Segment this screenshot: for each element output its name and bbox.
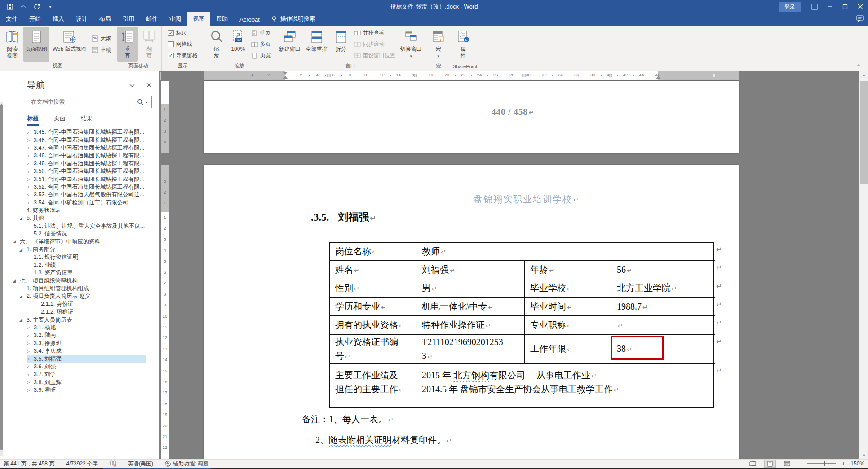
nav-tree-item[interactable]: ◢5. 其他 [19, 214, 146, 222]
macros-button[interactable]: 宏▾ [428, 27, 449, 62]
nav-tree-item[interactable]: 5.2. 信誉情况 [27, 230, 146, 238]
table-cell[interactable]: 特种作业操作证↵ [416, 316, 525, 335]
view-side-by-side-button[interactable]: 并排查看 [354, 28, 395, 38]
tree-collapsed-icon[interactable]: ▷ [27, 380, 34, 385]
table-cell[interactable]: 机电一体化\中专↵ [416, 298, 525, 316]
nav-tree-item[interactable]: ▷3.4. 李庆成 [27, 347, 146, 355]
table-cell[interactable]: ↵ [611, 316, 715, 335]
document-search-box[interactable] [27, 96, 152, 108]
table-cell[interactable]: 学历和专业↵ [330, 298, 416, 316]
table-cell[interactable]: 毕业时间↵ [525, 298, 611, 316]
ribbon-tab-布局[interactable]: 布局 [93, 12, 117, 26]
search-input[interactable] [27, 99, 137, 105]
nav-tree-item[interactable]: ◢3. 主要人员简历表 [19, 316, 146, 323]
tree-collapsed-icon[interactable]: ▷ [27, 357, 34, 361]
arrange-all-button[interactable]: 全部重排 [304, 27, 330, 62]
nav-tree-item[interactable]: ▷3.45. 合同-中国石油集团长城钻探工程有限... [27, 128, 146, 136]
nav-tree-item[interactable]: ▷3.47. 合同-中国石油集团长城钻探工程有限... [27, 144, 146, 152]
nav-tree-item[interactable]: ◢六、 《详细评审》中响应的资料 [13, 238, 146, 245]
close-icon[interactable] [853, 0, 868, 13]
web-layout-button[interactable]: Web 版式视图 [50, 27, 89, 62]
tree-expanded-icon[interactable]: ◢ [13, 239, 20, 244]
nav-tree-item[interactable]: 2.1.1. 身份证 [34, 301, 146, 308]
tree-collapsed-icon[interactable]: ▷ [27, 388, 34, 393]
tree-expanded-icon[interactable]: ◢ [19, 248, 27, 252]
tell-me-search[interactable]: 操作说明搜索 [266, 15, 321, 26]
table-cell[interactable]: 教师↵ [416, 243, 715, 261]
table-cell[interactable]: 刘福强↵ [416, 261, 525, 279]
tree-collapsed-icon[interactable]: ▷ [27, 325, 34, 330]
nav-tree-item[interactable]: 1.1. 银行资信证明 [27, 253, 146, 261]
nav-tree-item[interactable]: ▷3.48. 合同-中国石油集团长城钻探工程有限... [27, 152, 146, 159]
indent-marker[interactable] [656, 76, 660, 79]
table-cell[interactable]: 工作年限↵ [525, 335, 611, 364]
undo-icon[interactable] [20, 3, 27, 10]
ribbon-tab-设计[interactable]: 设计 [70, 12, 93, 26]
collapse-ribbon-icon[interactable] [853, 62, 864, 69]
table-column-marker[interactable] [609, 74, 612, 77]
proofing-errors-icon[interactable] [110, 460, 116, 467]
scroll-down-icon[interactable]: ▼ [859, 451, 868, 459]
accessibility-status[interactable]: 辅助功能: 调查 [165, 460, 208, 468]
table-cell[interactable]: 1988.7↵ [611, 298, 715, 316]
minimize-icon[interactable] [822, 0, 837, 13]
zoom-slider-thumb[interactable] [824, 461, 825, 466]
split-button[interactable]: 拆分 [331, 27, 351, 62]
table-cell[interactable]: 执业资格证书编号↵ [330, 335, 416, 364]
nav-tree-item[interactable]: ▷3.51. 合同-中国石油集团长城钻探工程有限... [27, 175, 146, 183]
tree-collapsed-icon[interactable]: ▷ [27, 130, 34, 135]
redo-repeat-icon[interactable] [33, 3, 40, 10]
one-page-button[interactable]: 单页 [251, 28, 271, 38]
tree-collapsed-icon[interactable]: ▷ [27, 341, 34, 345]
maximize-icon[interactable] [837, 0, 853, 13]
tree-expanded-icon[interactable]: ◢ [19, 318, 27, 322]
zoom-in-icon[interactable]: + [841, 460, 845, 467]
nav-tab-结果[interactable]: 结果 [81, 115, 93, 126]
document-page-441[interactable]: 盘锦翔实职业培训学校↵ .3.5.刘福强↵ 岗位名称↵教师↵姓名↵刘福强↵年龄↵… [204, 165, 739, 459]
print-layout-button[interactable]: 页面视图 [23, 27, 49, 62]
sign-in-button[interactable]: 登录 [779, 2, 801, 12]
nav-tree-item[interactable]: ▷3.3. 徐源琪 [27, 340, 146, 347]
table-cell[interactable]: 性别↵ [330, 279, 416, 298]
table-column-marker[interactable] [523, 74, 526, 77]
read-mode-button[interactable]: 阅读 视图 [2, 27, 22, 62]
nav-tree-item[interactable]: ▷3.6. 刘强 [27, 363, 146, 371]
nav-tree-item[interactable]: 4. 财务状况表 [19, 207, 146, 214]
ribbon-tab-插入[interactable]: 插入 [47, 12, 70, 26]
language-indicator[interactable]: 英语(美国) [128, 460, 153, 468]
ribbon-tab-帮助[interactable]: 帮助 [210, 12, 234, 26]
ribbon-tab-开始[interactable]: 开始 [23, 12, 47, 26]
properties-button[interactable]: S 属 性 [453, 27, 474, 63]
nav-tree-item[interactable]: ▷3.9. 霍旺 [27, 386, 146, 394]
word-count[interactable]: 4/73922 个字 [66, 460, 98, 468]
nav-tree-item[interactable]: ◢2. 项目负责人简历表-赵义 [19, 292, 146, 300]
table-cell[interactable]: 主要工作业绩及担任的主要工作↵ [330, 364, 416, 409]
navigation-scrollbar-thumb[interactable] [0, 104, 3, 450]
switch-windows-button[interactable]: 切换窗口▾ [398, 27, 424, 62]
indent-marker[interactable] [283, 72, 288, 75]
nav-tree-item[interactable]: ▷3.7. 刘学 [27, 371, 146, 378]
customize-quick-access-icon[interactable]: ▾ [47, 3, 54, 10]
navigation-pane-checkbox[interactable]: ✓ 导航窗格 [168, 51, 198, 61]
document-scrollbar-thumb[interactable] [860, 81, 868, 184]
nav-tree-item[interactable]: 5.1. 违法、违规、重大安全事故及其他不良... [27, 222, 146, 230]
table-cell[interactable]: 年龄↵ [525, 261, 611, 279]
print-layout-view-button[interactable] [764, 460, 776, 468]
nav-tree-item[interactable]: ▷3.1. 杨旭 [27, 324, 146, 332]
ribbon-tab-文件[interactable]: 文件 [0, 12, 23, 26]
scroll-up-icon[interactable]: ▲ [859, 71, 868, 79]
read-mode-view-button[interactable] [747, 460, 759, 468]
tree-expanded-icon[interactable]: ◢ [13, 279, 20, 283]
ribbon-display-options-icon[interactable] [807, 0, 822, 13]
tree-collapsed-icon[interactable]: ▷ [27, 193, 34, 197]
nav-tree-item[interactable]: ▷3.49. 合同-中国石油集团长城钻探工程有限... [27, 160, 146, 168]
nav-tree-item[interactable]: ▷3.50. 合同-中国石油集团长城钻探工程有限... [27, 168, 146, 175]
tree-collapsed-icon[interactable]: ▷ [27, 154, 34, 158]
nav-tree-item[interactable]: ▷3.46. 合同-中国石油集团长城钻探工程有限... [27, 136, 146, 144]
tree-collapsed-icon[interactable]: ▷ [27, 333, 34, 338]
table-cell[interactable]: 专业职称↵ [525, 316, 611, 335]
draft-view-button[interactable]: 草稿 [92, 45, 111, 55]
table-column-marker[interactable] [414, 74, 417, 77]
nav-tab-页面[interactable]: 页面 [54, 115, 66, 126]
web-layout-view-button[interactable] [781, 460, 793, 468]
